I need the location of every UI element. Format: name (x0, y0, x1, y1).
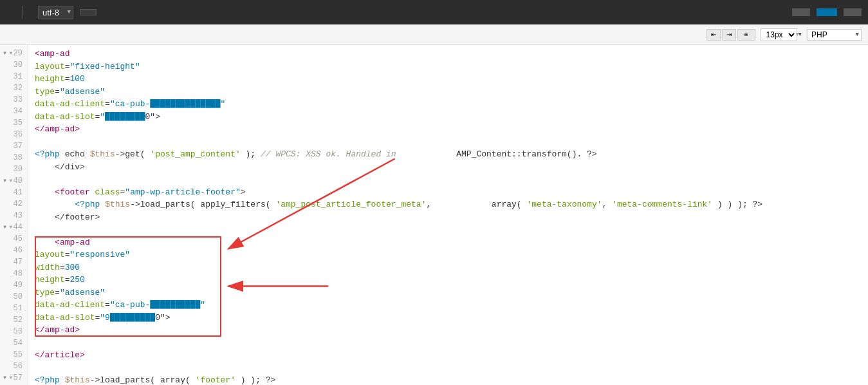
font-size-select[interactable]: 8px9px10px11px12px13px14px16px (761, 28, 797, 41)
code-token: array( (431, 200, 526, 209)
code-line: height=250 (35, 274, 862, 286)
code-token: ) ); ?> (235, 375, 275, 385)
code-token: $this (90, 149, 115, 159)
code-token: "adsense" (60, 288, 105, 297)
code-line: type="adsense" (35, 286, 862, 299)
code-line: </div> (35, 161, 862, 174)
code-line: <amp-ad (35, 48, 862, 61)
code-token (35, 200, 75, 209)
legacy-editor-button[interactable] (792, 8, 810, 16)
encoding-select-wrapper[interactable]: utf-8 (38, 6, 73, 19)
code-token: = (65, 62, 70, 71)
wrap-button[interactable]: ≡ (737, 29, 755, 41)
code-token: 250 (70, 275, 85, 285)
code-token: $this (105, 200, 130, 209)
code-token: </footer> (35, 212, 100, 222)
line-number: 50 (0, 291, 28, 303)
code-token: layout (35, 250, 65, 259)
line-number: 51 (0, 303, 28, 314)
line-number: ▾57 (0, 372, 28, 384)
code-token: 0"> (145, 112, 160, 122)
code-line: </amp-ad> (35, 123, 862, 136)
line-number: 47 (0, 256, 28, 268)
code-line: data-ad-client="ca-pub-██████████████" (35, 98, 862, 111)
code-line (35, 362, 862, 375)
code-line: data-ad-slot="████████0"> (35, 111, 862, 124)
code-token: 'meta-comments-link' (612, 200, 712, 209)
line-number: 34 (0, 106, 28, 117)
code-line: data-ad-client="ca-pub-██████████" (35, 299, 862, 312)
line-number: 46 (0, 245, 28, 256)
code-token: 'meta-taxonomy' (526, 200, 602, 209)
code-token: = (105, 99, 110, 109)
code-token: class (95, 187, 120, 197)
indent-left-button[interactable]: ⇤ (706, 29, 721, 41)
code-token: </amp-ad> (35, 325, 80, 335)
code-line: data-ad-slot="9█████████0"> (35, 312, 862, 324)
save-button[interactable] (817, 8, 837, 16)
code-token (60, 375, 65, 385)
code-token: <footer (55, 187, 90, 197)
code-token: <amp-ad (55, 238, 90, 247)
line-number: ▾44 (0, 221, 28, 233)
language-select-wrapper[interactable]: PHPHTMLCSSJavaScriptText (807, 29, 862, 41)
line-number: 38 (0, 152, 28, 164)
line-number: 41 (0, 187, 28, 198)
language-select[interactable]: PHPHTMLCSSJavaScriptText (807, 29, 862, 41)
line-number: 55 (0, 349, 28, 361)
code-line: <?php $this->load_parts( apply_filters( … (35, 198, 862, 211)
reopen-button[interactable] (80, 9, 97, 15)
font-size-select-wrapper[interactable]: 8px9px10px11px12px13px14px16px ▼ (761, 28, 802, 41)
code-token: ->load_parts( apply_filters( (130, 200, 275, 209)
code-area[interactable]: <amp-adlayout="fixed-height"height=100ty… (28, 45, 868, 385)
code-token: data-ad-slot (35, 313, 95, 323)
code-token: 'post_amp_content' (150, 149, 240, 159)
code-line: <footer class="amp-wp-article-footer"> (35, 186, 862, 199)
line-number: 36 (0, 129, 28, 140)
code-token: "responsive" (70, 250, 131, 259)
mini-buttons-group: ⇤ ⇥ ≡ (706, 29, 755, 41)
code-token: ); (241, 149, 261, 159)
code-token: // WPCS: XSS ok. Handled in (261, 149, 396, 159)
code-token (100, 200, 105, 209)
code-token: 100 (70, 74, 85, 84)
code-token: echo (60, 149, 90, 159)
line-number: 52 (0, 314, 28, 326)
code-token: layout (35, 62, 65, 71)
code-line: </footer> (35, 211, 862, 224)
code-token: "fixed-height" (70, 62, 140, 71)
line-number: 45 (0, 233, 28, 245)
line-number: 49 (0, 279, 28, 291)
code-token: <?php (75, 200, 100, 209)
code-line: </amp-ad> (35, 324, 862, 337)
code-line: width=300 (35, 261, 862, 274)
code-token: "amp-wp-article-footer" (125, 187, 240, 197)
line-number: 39 (0, 164, 28, 175)
code-token: <amp-ad (35, 49, 70, 59)
line-number: 32 (0, 82, 28, 94)
secondary-toolbar: ⇤ ⇥ ≡ 8px9px10px11px12px13px14px16px ▼ P… (0, 24, 868, 45)
code-line (35, 337, 862, 350)
line-number: ▾40 (0, 175, 28, 187)
line-numbers: ▾2930313233343536373839▾40414243▾4445464… (0, 45, 28, 385)
line-number: ▾29 (0, 48, 28, 59)
line-number: 35 (0, 117, 28, 129)
code-token: ->load_parts( array( (90, 375, 196, 385)
code-line: layout="fixed-height" (35, 61, 862, 73)
toolbar-divider-1 (22, 6, 23, 19)
code-token: type (35, 87, 55, 97)
code-token: $this (65, 375, 90, 385)
code-token: = (55, 288, 60, 297)
code-line: <?php echo $this->get( 'post_amp_content… (35, 148, 862, 161)
indent-right-button[interactable]: ⇥ (722, 29, 736, 41)
line-number: 43 (0, 210, 28, 221)
code-token: type (35, 288, 55, 297)
close-button[interactable] (844, 8, 862, 16)
encoding-select[interactable]: utf-8 (38, 6, 73, 19)
code-line (35, 223, 862, 236)
code-token: = (65, 74, 70, 84)
line-number: 54 (0, 337, 28, 349)
line-number: 56 (0, 361, 28, 372)
code-token (35, 238, 55, 247)
code-line (35, 173, 862, 186)
